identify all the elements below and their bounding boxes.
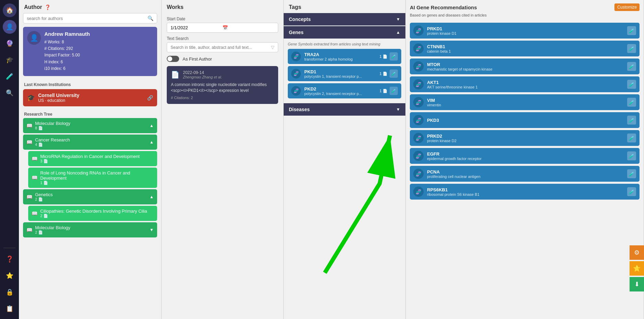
tree-item-lncrna-label: Role of Long Noncoding RNAs in Cancer an…	[40, 170, 154, 181]
genes-section-header[interactable]: Genes ▲	[284, 26, 405, 39]
gene-dna-icon: 🧬	[291, 52, 301, 61]
impact-factor: Impact Factor: 5.00	[44, 52, 153, 59]
text-search-input[interactable]	[171, 45, 271, 50]
gene-rec-flask-mtor[interactable]: 🧪	[627, 62, 636, 71]
start-date-label: Start Date	[167, 17, 278, 21]
gene-flask-btn-pkd2[interactable]: 🧪	[390, 87, 398, 95]
gene-rec-name-pcna: proliferating cell nuclear antigen	[427, 174, 624, 179]
tree-item-genetics[interactable]: 📖 Genetics 2 📄 ▲	[23, 189, 157, 204]
nav-lock-icon[interactable]: 🔒	[3, 285, 17, 299]
gene-rec-flask-prkd1[interactable]: 🧪	[627, 26, 636, 35]
tree-item-molecular-biology-1[interactable]: 📖 Molecular Biology 8 📄 ▲	[23, 118, 157, 133]
article-authors: Zhengmao Zhang et al.	[183, 75, 222, 79]
gene-rec-flask-pkd3[interactable]: 🧪	[627, 116, 636, 125]
institution-name: Cornell University	[38, 93, 144, 98]
gene-rec-info-prkd1: PRKD1 protein kinase D1	[427, 26, 624, 35]
nav-lab-icon[interactable]: 🧪	[3, 70, 17, 83]
author-search-bar[interactable]: 🔍	[23, 13, 157, 23]
institution-icon: 🎓	[27, 94, 35, 102]
gene-symbol-pkd1: PKD1	[304, 69, 376, 74]
gene-rec-symbol-pcna: PCNA	[427, 169, 624, 174]
institution-card[interactable]: 🎓 Cornell University US · education 🔗	[23, 89, 157, 106]
tree-item-ciliopathies[interactable]: 📖 Ciliopathies: Genetic Disorders Involv…	[28, 206, 157, 221]
gene-rec-pcna[interactable]: 🧬 PCNA proliferating cell nuclear antige…	[410, 166, 640, 182]
ai-header: AI Gene Recommendations Customize	[406, 0, 644, 13]
tree-item-molecular-biology-2[interactable]: 📖 Molecular Biology 2 📄 ▼	[23, 222, 157, 237]
gene-rec-flask-egfr[interactable]: 🧪	[627, 151, 636, 160]
nav-user-icon[interactable]: 👤	[3, 20, 17, 34]
nav-home-icon[interactable]: 🏠	[3, 3, 17, 17]
gene-flask-btn-pkd1[interactable]: 🧪	[390, 70, 398, 78]
gene-rec-egfr[interactable]: 🧬 EGFR epidermal growth factor receptor …	[410, 148, 640, 164]
author-stats: # Works: 8 # Citations: 292 Impact Facto…	[44, 39, 153, 72]
author-card: 👤 Andrew Ramnauth # Works: 8 # Citations…	[23, 27, 157, 76]
calendar-icon[interactable]: 📅	[222, 25, 274, 30]
nav-explore-icon[interactable]: 🔮	[3, 36, 17, 50]
gene-count-pkd1: 1 📄	[380, 72, 388, 76]
gene-rec-name-egfr: epidermal growth factor receptor	[427, 157, 624, 161]
first-author-toggle[interactable]	[167, 56, 179, 62]
gene-rec-info-prkd2: PRKD2 protein kinase D2	[427, 134, 624, 143]
nav-divider	[3, 248, 15, 248]
research-tree: 📖 Molecular Biology 8 📄 ▲ 📖 Cancer Resea…	[19, 118, 161, 319]
nav-help-icon[interactable]: ❓	[3, 252, 17, 266]
gene-rec-prkd1[interactable]: 🧬 PRKD1 protein kinase D1 🧪	[410, 23, 640, 39]
customize-button[interactable]: Customize	[614, 3, 640, 11]
gene-rec-ctnnb1[interactable]: 🧬 CTNNB1 catenin beta 1 🧪	[410, 41, 640, 56]
gene-rec-symbol-pkd3: PKD3	[427, 118, 624, 123]
works-content: Start Date 1/1/2022 📅 Text Search ▽ As F…	[162, 13, 283, 319]
concepts-section-header[interactable]: Concepts ▼	[284, 13, 405, 25]
gene-rec-flask-pcna[interactable]: 🧪	[627, 169, 636, 178]
text-search-label: Text Search	[167, 36, 278, 41]
ai-subtitle: Based on genes and diseases cited in art…	[410, 13, 640, 17]
diseases-section-header[interactable]: Diseases ▼	[284, 103, 405, 116]
gene-rec-flask-vim[interactable]: 🧪	[627, 98, 636, 107]
gene-rec-flask-ctnnb1[interactable]: 🧪	[627, 44, 636, 53]
tree-item-lncrna-meta: 1 📄	[40, 181, 154, 185]
external-link-icon[interactable]: 🔗	[147, 95, 153, 100]
gene-card-pkd1[interactable]: 🧬 PKD1 polycystin 1, transient receptor …	[288, 66, 401, 81]
gene-rec-flask-rps6kb1[interactable]: 🧪	[627, 187, 636, 196]
gene-card-pkd2[interactable]: 🧬 PKD2 polycystin 2, transient receptor …	[288, 83, 401, 98]
gene-dna-icon-2: 🧬	[291, 69, 301, 78]
gene-rec-flask-akt1[interactable]: 🧪	[627, 80, 636, 89]
tree-item-cilio-meta: 2 📄	[40, 214, 154, 218]
gene-rec-akt1[interactable]: 🧬 AKT1 AKT serine/threonine kinase 1 🧪	[410, 76, 640, 92]
gene-name-pkd1: polycystin 1, transient receptor p...	[304, 74, 376, 78]
gene-rec-info-mtor: MTOR mechanistic target of rapamycin kin…	[427, 62, 624, 71]
gene-rec-name-rps6kb1: ribosomal protein S6 kinase B1	[427, 192, 624, 196]
chevron-up-icon: ▲	[150, 123, 154, 128]
nav-star-icon[interactable]: ⭐	[3, 269, 17, 283]
nav-doc-icon[interactable]: 📋	[3, 302, 17, 316]
gene-rec-mtor[interactable]: 🧬 MTOR mechanistic target of rapamycin k…	[410, 59, 640, 74]
filter-icon: ▽	[271, 45, 274, 50]
author-panel: Author ❓ 🔍 👤 Andrew Ramnauth # Works: 8 …	[19, 0, 162, 319]
gene-name-pkd2: polycystin 2, transient receptor p...	[304, 92, 376, 96]
institution-info: Cornell University US · education	[38, 93, 144, 103]
genes-label: Genes	[289, 30, 304, 35]
gene-rec-name-akt1: AKT serine/threonine kinase 1	[427, 85, 624, 89]
tree-item-microrna[interactable]: 📖 MicroRNA Regulation in Cancer and Deve…	[28, 151, 157, 166]
gene-card-tra2a[interactable]: 🧬 TRA2A transformer 2 alpha homolog 1 📄 …	[288, 49, 401, 64]
tree-item-lncrna[interactable]: 📖 Role of Long Noncoding RNAs in Cancer …	[28, 168, 157, 188]
right-download-button[interactable]: ⬇	[630, 277, 644, 291]
gene-symbol-tra2a: TRA2A	[304, 52, 376, 57]
gene-rec-vim[interactable]: 🧬 VIM vimentin 🧪	[410, 94, 640, 110]
gene-flask-btn-tra2a[interactable]: 🧪	[390, 52, 398, 61]
nav-search-icon[interactable]: 🔍	[3, 86, 17, 100]
nav-education-icon[interactable]: 🎓	[3, 53, 17, 67]
article-date-authors: 2022-09-14 Zhengmao Zhang et al.	[183, 70, 222, 79]
tree-item-cancer-research[interactable]: 📖 Cancer Research 4 📄 ▲	[23, 135, 157, 150]
gene-rec-prkd2[interactable]: 🧬 PRKD2 protein kinase D2 🧪	[410, 130, 640, 146]
date-input[interactable]: 1/1/2022 📅	[167, 23, 278, 33]
tree-book-icon-3: 📖	[32, 156, 37, 161]
article-card[interactable]: 📄 2022-09-14 Zhengmao Zhang et al. A com…	[167, 66, 278, 104]
text-search-container[interactable]: ▽	[167, 42, 278, 52]
gene-rec-rps6kb1[interactable]: 🧬 RPS6KB1 ribosomal protein S6 kinase B1…	[410, 184, 640, 200]
right-settings-button[interactable]: ⚙	[630, 245, 644, 260]
right-star-button[interactable]: ⭐	[630, 261, 644, 276]
gene-rec-pkd3[interactable]: 🧬 PKD3 🧪	[410, 112, 640, 128]
author-search-input[interactable]	[27, 16, 148, 21]
document-icon: 📄	[171, 71, 179, 79]
gene-rec-flask-prkd2[interactable]: 🧪	[627, 134, 636, 142]
